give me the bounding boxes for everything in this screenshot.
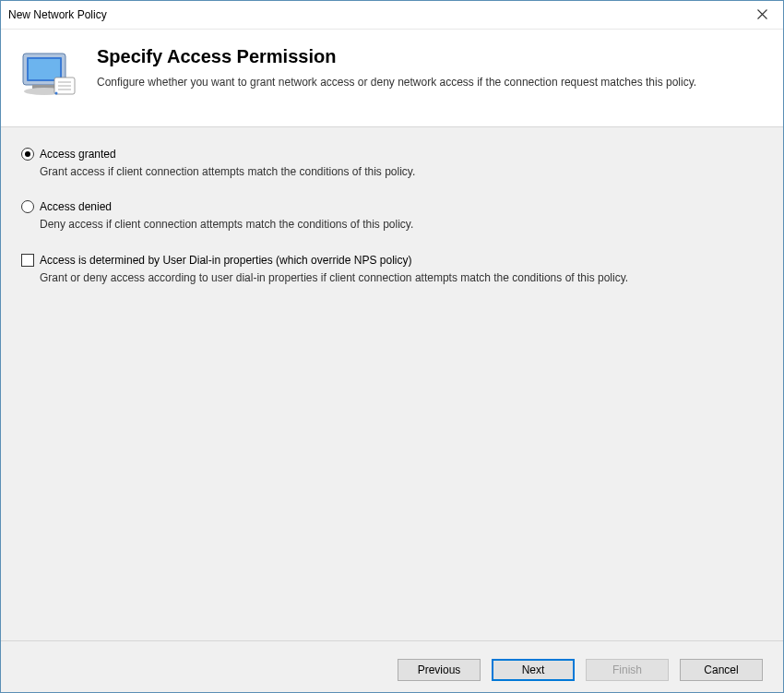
radio-denied[interactable] [21, 200, 34, 213]
desc-dialin: Grant or deny access according to user d… [40, 270, 763, 286]
footer-section: Previous Next Finish Cancel [1, 640, 783, 693]
checkbox-dialin[interactable] [21, 254, 34, 267]
close-button[interactable] [741, 1, 783, 30]
checkbox-label-dialin: Access is determined by User Dial-in pro… [40, 254, 411, 267]
checkbox-row-dialin[interactable]: Access is determined by User Dial-in pro… [21, 254, 763, 267]
close-icon [757, 7, 767, 22]
cancel-button[interactable]: Cancel [680, 659, 763, 681]
radio-granted[interactable] [21, 148, 34, 161]
next-button[interactable]: Next [492, 659, 575, 681]
titlebar: New Network Policy [1, 1, 783, 30]
option-dialin: Access is determined by User Dial-in pro… [21, 254, 763, 286]
page-heading: Specify Access Permission [97, 46, 765, 67]
header-section: Specify Access Permission Configure whet… [1, 30, 783, 127]
finish-button: Finish [586, 659, 669, 681]
header-text: Specify Access Permission Configure whet… [97, 46, 765, 104]
desc-granted: Grant access if client connection attemp… [40, 164, 763, 180]
radio-row-granted[interactable]: Access granted [21, 148, 763, 161]
computer-policy-icon [19, 46, 78, 104]
radio-row-denied[interactable]: Access denied [21, 200, 763, 213]
radio-label-denied: Access denied [40, 200, 112, 213]
desc-denied: Deny access if client connection attempt… [40, 217, 763, 233]
option-access-granted: Access granted Grant access if client co… [21, 148, 763, 180]
page-subtext: Configure whether you want to grant netw… [97, 75, 765, 90]
window-title: New Network Policy [8, 8, 107, 21]
radio-label-granted: Access granted [40, 148, 116, 161]
previous-button[interactable]: Previous [398, 659, 481, 681]
svg-point-9 [55, 92, 58, 95]
svg-rect-2 [29, 59, 60, 79]
option-access-denied: Access denied Deny access if client conn… [21, 200, 763, 233]
content-section: Access granted Grant access if client co… [1, 127, 783, 640]
